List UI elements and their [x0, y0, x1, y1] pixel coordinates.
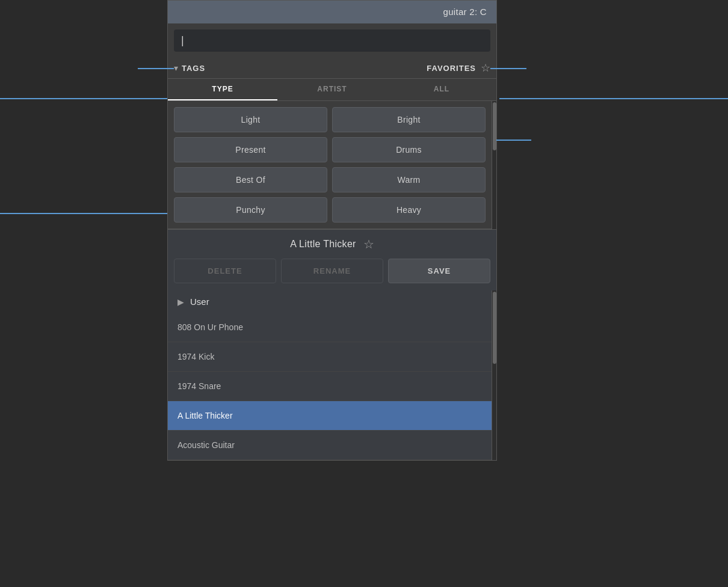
- filter-header: ▾ TAGS FAVORITES ☆: [168, 58, 496, 79]
- tags-label: TAGS: [182, 64, 205, 73]
- main-panel: guitar 2: C | ▾ TAGS FAVORITES ☆ TYPE AR…: [167, 0, 497, 461]
- tags-scrollbar[interactable]: [492, 101, 496, 229]
- group-chevron-icon: ▶: [177, 297, 184, 307]
- rename-button[interactable]: RENAME: [281, 259, 383, 283]
- search-cursor: |: [181, 34, 184, 47]
- preset-list-scrollbar[interactable]: [492, 290, 496, 460]
- title-bar: guitar 2: C: [168, 1, 496, 23]
- preset-name: A Little Thicker: [290, 239, 356, 250]
- tags-grid: Light Bright Present Drums Best Of Warm …: [168, 101, 496, 229]
- right-line-top: [499, 98, 728, 99]
- tags-scrollbar-thumb: [493, 102, 496, 150]
- preset-list: ▶ User 808 On Ur Phone 1974 Kick 1974 Sn…: [168, 290, 496, 460]
- favorites-label: FAVORITES: [427, 64, 476, 73]
- preset-actions: DELETE RENAME SAVE: [168, 259, 496, 290]
- tab-all[interactable]: ALL: [387, 79, 496, 100]
- tag-present[interactable]: Present: [174, 137, 327, 162]
- preset-item-1[interactable]: 1974 Kick: [168, 342, 492, 372]
- preset-group-user[interactable]: ▶ User: [168, 290, 492, 313]
- preset-item-2[interactable]: 1974 Snare: [168, 372, 492, 401]
- preset-list-scrollbar-thumb: [493, 292, 496, 364]
- tag-heavy[interactable]: Heavy: [332, 197, 486, 223]
- preset-favorite-star-icon[interactable]: ☆: [363, 237, 374, 251]
- left-line-bottom: [0, 213, 171, 214]
- tabs-container: TYPE ARTIST ALL: [168, 79, 496, 101]
- left-line-top: [0, 98, 171, 99]
- tag-warm[interactable]: Warm: [332, 167, 486, 192]
- favorites-section[interactable]: FAVORITES ☆: [427, 61, 490, 75]
- tags-chevron-icon: ▾: [174, 63, 178, 73]
- search-bar[interactable]: |: [174, 29, 490, 52]
- preset-item-4[interactable]: Acoustic Guitar: [168, 431, 492, 460]
- save-button[interactable]: SAVE: [388, 259, 490, 283]
- preset-item-0[interactable]: 808 On Ur Phone: [168, 313, 492, 342]
- tab-artist[interactable]: ARTIST: [277, 79, 387, 100]
- preset-list-content: ▶ User 808 On Ur Phone 1974 Kick 1974 Sn…: [168, 290, 492, 460]
- tags-area: Light Bright Present Drums Best Of Warm …: [168, 101, 496, 229]
- tag-light[interactable]: Light: [174, 107, 327, 132]
- tag-bright[interactable]: Bright: [332, 107, 486, 132]
- tag-bestof[interactable]: Best Of: [174, 167, 327, 192]
- tab-type[interactable]: TYPE: [168, 79, 277, 100]
- tags-section[interactable]: ▾ TAGS: [174, 63, 205, 73]
- group-label: User: [190, 297, 209, 307]
- preset-item-3[interactable]: A Little Thicker: [168, 401, 492, 431]
- preset-section: A Little Thicker ☆ DELETE RENAME SAVE: [168, 229, 496, 290]
- title-bar-text: guitar 2: C: [443, 7, 487, 17]
- tag-punchy[interactable]: Punchy: [174, 197, 327, 223]
- tag-drums[interactable]: Drums: [332, 137, 486, 162]
- delete-button[interactable]: DELETE: [174, 259, 276, 283]
- favorites-star-icon: ☆: [481, 61, 490, 75]
- preset-header: A Little Thicker ☆: [168, 230, 496, 259]
